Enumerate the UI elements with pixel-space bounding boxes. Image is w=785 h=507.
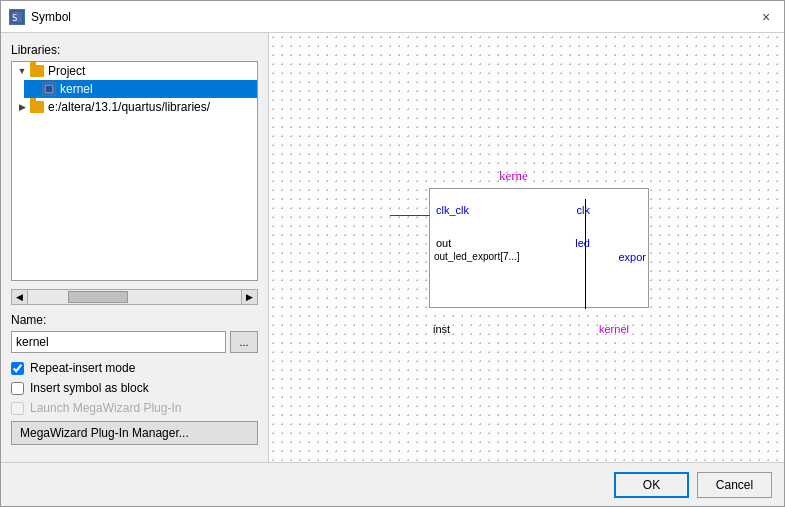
- dialog-icon: S: [9, 9, 25, 25]
- scroll-left-button[interactable]: ◀: [12, 290, 28, 304]
- insert-block-checkbox[interactable]: [11, 382, 24, 395]
- name-label: Name:: [11, 313, 258, 327]
- cancel-button[interactable]: Cancel: [697, 472, 772, 498]
- spacer-kernel: [28, 83, 40, 95]
- insert-block-row: Insert symbol as block: [11, 381, 258, 395]
- tree-item-kernel[interactable]: kernel: [24, 80, 257, 98]
- clk-wire: [390, 215, 430, 216]
- led-export-label: out_led_export[7...]: [434, 251, 520, 262]
- export-port-label: expor: [618, 251, 646, 263]
- svg-text:S: S: [12, 13, 17, 23]
- repeat-insert-checkbox[interactable]: [11, 362, 24, 375]
- inst-label: inst: [433, 323, 450, 335]
- close-button[interactable]: ×: [756, 7, 776, 27]
- tree-label-altera: e:/altera/13.1/quartus/libraries/: [48, 100, 210, 114]
- name-row: ...: [11, 331, 258, 353]
- clk-port-label: clk: [577, 204, 590, 216]
- browse-button[interactable]: ...: [230, 331, 258, 353]
- folder-icon-altera: [30, 101, 44, 113]
- expand-icon-altera: ▶: [16, 101, 28, 113]
- out-label: out: [436, 237, 451, 249]
- library-tree[interactable]: ▼ Project kernel: [11, 61, 258, 281]
- launch-megawizard-row: Launch MegaWizard Plug-In: [11, 401, 258, 415]
- symbol-title: kerne: [499, 168, 528, 184]
- megawizard-manager-button[interactable]: MegaWizard Plug-In Manager...: [11, 421, 258, 445]
- expand-icon-project: ▼: [16, 65, 28, 77]
- launch-megawizard-checkbox: [11, 402, 24, 415]
- svg-rect-3: [46, 86, 52, 92]
- scrollbar-thumb[interactable]: [68, 291, 128, 303]
- clk-wire-label: clk_clk: [436, 204, 469, 216]
- tree-item-project[interactable]: ▼ Project: [12, 62, 257, 80]
- repeat-insert-row: Repeat-insert mode: [11, 361, 258, 375]
- left-panel: Libraries: ▼ Project: [1, 33, 269, 462]
- ok-button[interactable]: OK: [614, 472, 689, 498]
- inst-name-label: kernel: [599, 323, 629, 335]
- tree-label-project: Project: [48, 64, 85, 78]
- folder-icon-project: [30, 65, 44, 77]
- launch-megawizard-label: Launch MegaWizard Plug-In: [30, 401, 181, 415]
- libraries-label: Libraries:: [11, 43, 258, 57]
- led-port-label: led: [575, 237, 590, 249]
- symbol-preview-panel: kerne clk clk_clk out led: [269, 33, 784, 462]
- insert-block-label: Insert symbol as block: [30, 381, 149, 395]
- dialog-content: Libraries: ▼ Project: [1, 33, 784, 462]
- tree-scrollbar[interactable]: ◀ ▶: [11, 289, 258, 305]
- symbol-box: clk clk_clk out led out_led_export[7...]…: [429, 188, 649, 308]
- bottom-bar: OK Cancel: [1, 462, 784, 506]
- title-bar: S Symbol ×: [1, 1, 784, 33]
- tree-item-altera[interactable]: ▶ e:/altera/13.1/quartus/libraries/: [12, 98, 257, 116]
- symbol-dialog: S Symbol × Libraries: ▼ Project: [0, 0, 785, 507]
- chip-icon-kernel: [42, 82, 56, 96]
- symbol-preview: kerne clk clk_clk out led: [369, 188, 659, 348]
- dialog-title: Symbol: [31, 10, 756, 24]
- repeat-insert-label: Repeat-insert mode: [30, 361, 135, 375]
- tree-label-kernel: kernel: [60, 82, 93, 96]
- name-input[interactable]: [11, 331, 226, 353]
- scroll-right-button[interactable]: ▶: [241, 290, 257, 304]
